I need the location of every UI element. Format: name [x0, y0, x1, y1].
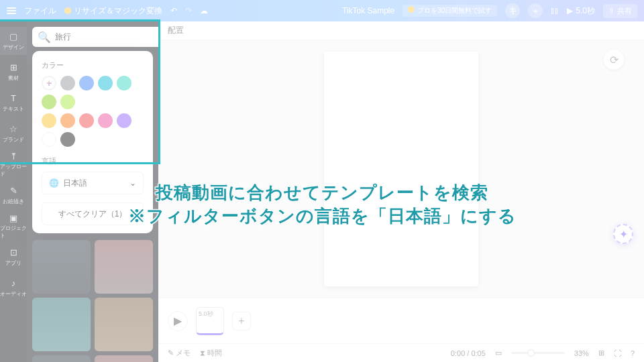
zoom-slider[interactable]: [511, 352, 565, 354]
crown-icon: [64, 7, 71, 14]
rail-item-プロジェクト[interactable]: ▣プロジェクト: [0, 212, 27, 240]
color-swatch[interactable]: [42, 95, 56, 109]
position-label[interactable]: 配置: [168, 25, 184, 36]
rail-item-アップロード[interactable]: ⤒アップロード: [0, 150, 27, 178]
rail-icon: ⤒: [8, 151, 19, 162]
template-thumbnail[interactable]: [32, 240, 91, 294]
undo-button[interactable]: ↶: [170, 6, 177, 15]
color-swatch[interactable]: [98, 76, 113, 90]
rail-icon: ⊞: [8, 62, 19, 73]
zoom-value: 33%: [574, 349, 589, 357]
color-swatch[interactable]: [117, 113, 131, 128]
bottom-bar: ✎ メモ ⧗ 時間 0:00 / 0:05 ▭ 33% ⊞ ⛶ ?: [158, 343, 644, 362]
timeline-thumb[interactable]: 5.0秒: [196, 307, 224, 335]
file-menu[interactable]: ファイル: [24, 5, 56, 17]
globe-icon: 🌐: [49, 178, 59, 188]
add-scene-button[interactable]: +: [232, 312, 251, 330]
rail-icon: ✎: [8, 186, 19, 196]
top-toolbar: ファイル リサイズ＆マジック変換 ↶ ↷ ☁ TikTok Sample プロを…: [0, 0, 644, 21]
clear-filters-button[interactable]: すべてクリア（1）: [42, 202, 144, 225]
search-input[interactable]: [55, 32, 156, 42]
rail-item-お絵描き[interactable]: ✎お絵描き: [0, 181, 27, 209]
template-thumbnail[interactable]: [95, 240, 153, 294]
rail-item-テキスト[interactable]: Tテキスト: [0, 88, 27, 117]
chevron-down-icon: ⌄: [129, 178, 136, 188]
color-swatch[interactable]: [79, 113, 94, 128]
redo-button[interactable]: ↷: [185, 6, 192, 15]
time-display: 0:00 / 0:05: [451, 349, 486, 357]
duration-button[interactable]: ⧗ 時間: [200, 348, 222, 358]
analytics-icon[interactable]: ⫿⫿: [551, 6, 559, 15]
template-search[interactable]: 🔍 ✕: [32, 27, 174, 47]
grid-view-icon[interactable]: ⊞: [598, 349, 604, 357]
view-icon[interactable]: ▭: [495, 349, 502, 357]
color-swatch[interactable]: [60, 76, 75, 90]
cloud-sync-icon[interactable]: ☁: [200, 6, 208, 15]
color-section-label: カラー: [42, 60, 144, 70]
rail-item-ブランド[interactable]: ☆ブランド: [0, 119, 27, 147]
color-swatch[interactable]: [42, 132, 56, 147]
rail-icon: ▢: [8, 32, 19, 42]
rail-item-アプリ[interactable]: ⊡アプリ: [0, 243, 27, 271]
filter-popover: カラー 言語 🌐日本語 ⌄ すべてクリア（1）: [32, 51, 153, 233]
rail-icon: ⊡: [8, 247, 19, 258]
document-title[interactable]: TikTok Sample: [342, 6, 394, 15]
rail-icon: ▣: [8, 213, 19, 223]
canvas-toolbar: 配置: [158, 21, 644, 40]
color-swatch[interactable]: [117, 76, 131, 90]
rail-icon: T: [8, 93, 19, 104]
templates-panel: 🔍 ✕ ⚙ 1 カラー 言語 🌐日本語 ⌄ すべてクリア（1）: [27, 21, 158, 362]
resize-menu[interactable]: リサイズ＆マジック変換: [64, 5, 162, 17]
color-swatch[interactable]: [79, 76, 94, 90]
add-page-fab[interactable]: ✦: [613, 224, 633, 244]
color-swatch[interactable]: [60, 95, 75, 109]
template-thumbnail[interactable]: [95, 298, 153, 351]
side-rail: ▢デザイン⊞素材Tテキスト☆ブランド⤒アップロード✎お絵描き▣プロジェクト⊡アプ…: [0, 21, 27, 362]
language-select[interactable]: 🌐日本語 ⌄: [42, 172, 144, 194]
refresh-button[interactable]: ⟳: [604, 50, 624, 70]
rail-item-素材[interactable]: ⊞素材: [0, 58, 27, 86]
template-results: [32, 240, 153, 362]
notes-button[interactable]: ✎ メモ: [168, 348, 191, 358]
crown-icon: [408, 6, 415, 13]
color-swatch[interactable]: [42, 113, 56, 128]
template-thumbnail[interactable]: [95, 355, 153, 362]
template-thumbnail[interactable]: [32, 355, 91, 362]
play-button[interactable]: ▶: [168, 311, 188, 331]
fullscreen-icon[interactable]: ⛶: [614, 349, 621, 357]
user-avatar[interactable]: キ: [505, 3, 520, 18]
color-swatch[interactable]: [60, 113, 75, 128]
share-button[interactable]: ⇧ 共有: [603, 4, 637, 18]
color-swatch[interactable]: [98, 113, 113, 128]
menu-icon[interactable]: [7, 7, 16, 14]
add-button[interactable]: +: [528, 3, 543, 18]
rail-item-デザイン[interactable]: ▢デザイン: [0, 27, 27, 55]
color-swatch[interactable]: [60, 132, 75, 147]
timeline: ▶ 5.0秒 +: [158, 298, 644, 343]
canvas-area: 配置 ⟳ ✦ ▶ 5.0秒 + ✎ メモ ⧗ 時間 0:00 / 0:05 ▭ …: [158, 21, 644, 362]
rail-icon: ♪: [8, 278, 19, 289]
rail-item-オーディオ[interactable]: ♪オーディオ: [0, 274, 27, 302]
language-section-label: 言語: [42, 156, 144, 166]
add-color-swatch[interactable]: [42, 76, 56, 90]
canvas-page[interactable]: [324, 52, 478, 286]
search-icon: 🔍: [38, 31, 51, 44]
rail-icon: ☆: [8, 124, 19, 135]
template-thumbnail[interactable]: [32, 298, 91, 351]
try-pro-button[interactable]: プロを30日間無料で試す: [402, 5, 497, 17]
help-button[interactable]: ?: [631, 349, 635, 357]
play-duration[interactable]: ▶ 5.0秒: [567, 5, 595, 17]
